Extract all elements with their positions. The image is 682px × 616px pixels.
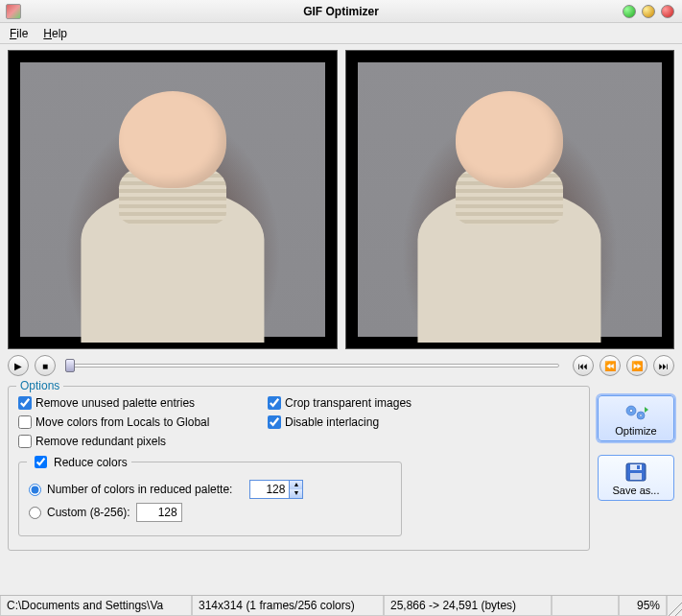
- preview-original: [8, 50, 338, 349]
- reduce-custom-value[interactable]: [136, 503, 182, 522]
- options-legend: Options: [16, 379, 63, 392]
- spin-up-icon[interactable]: ▲: [289, 481, 302, 489]
- status-spacer: [552, 596, 619, 616]
- last-icon: ⏭: [659, 361, 669, 371]
- side-buttons: Optimize Save as...: [598, 386, 674, 551]
- title-bar: GIF Optimizer: [0, 0, 682, 23]
- reduce-custom-radio[interactable]: [29, 507, 41, 519]
- remove-unused-input[interactable]: [18, 396, 32, 410]
- svg-rect-6: [630, 464, 642, 470]
- reduce-colors-legend: Reduce colors: [54, 456, 128, 469]
- close-button[interactable]: [661, 5, 674, 18]
- floppy-icon: [623, 462, 649, 483]
- svg-rect-8: [637, 465, 640, 469]
- frame-slider[interactable]: [69, 364, 559, 367]
- stop-button[interactable]: ■: [35, 355, 56, 376]
- move-colors-label: Move colors from Locals to Global: [35, 415, 209, 429]
- save-as-button[interactable]: Save as...: [598, 455, 674, 501]
- disable-interlacing-input[interactable]: [268, 415, 281, 429]
- save-as-label: Save as...: [613, 485, 660, 496]
- first-frame-button[interactable]: ⏮: [573, 355, 594, 376]
- reduce-colors-group: Reduce colors Number of colors in reduce…: [18, 462, 402, 536]
- spin-down-icon[interactable]: ▼: [289, 489, 302, 498]
- menu-bar: File Help: [0, 23, 682, 44]
- next-frame-button[interactable]: ⏩: [626, 355, 647, 376]
- app-icon: [6, 4, 21, 19]
- disable-interlacing-checkbox[interactable]: Disable interlacing: [268, 415, 498, 429]
- lower-panel: Options Remove unused palette entries Mo…: [0, 382, 682, 551]
- disable-interlacing-label: Disable interlacing: [285, 415, 379, 429]
- minimize-button[interactable]: [623, 5, 636, 18]
- status-bar: C:\Documents and Settings\Va 314x314 (1 …: [0, 595, 682, 616]
- gears-icon: [623, 402, 649, 423]
- svg-rect-7: [630, 473, 642, 480]
- prev-icon: ⏪: [604, 361, 616, 371]
- status-bytes: 25,866 -> 24,591 (bytes): [384, 596, 552, 616]
- reduce-custom-label: Custom (8-256):: [47, 506, 130, 519]
- slider-thumb[interactable]: [65, 359, 75, 372]
- options-group: Options Remove unused palette entries Mo…: [8, 386, 590, 551]
- crop-transparent-input[interactable]: [268, 396, 281, 410]
- window-title: GIF Optimizer: [0, 5, 682, 18]
- stop-icon: ■: [42, 361, 48, 371]
- prev-frame-button[interactable]: ⏪: [600, 355, 621, 376]
- window-controls: [623, 5, 682, 18]
- status-path: C:\Documents and Settings\Va: [0, 596, 192, 616]
- reduce-num-spinner[interactable]: ▲▼: [249, 480, 303, 499]
- reduce-colors-checkbox[interactable]: [35, 456, 47, 468]
- remove-redundant-input[interactable]: [18, 435, 32, 448]
- transport-bar: ▶ ■ ⏮ ⏪ ⏩ ⏭: [0, 349, 682, 382]
- svg-point-3: [640, 415, 643, 417]
- move-colors-input[interactable]: [18, 415, 32, 429]
- remove-unused-label: Remove unused palette entries: [35, 396, 195, 410]
- move-colors-checkbox[interactable]: Move colors from Locals to Global: [18, 415, 248, 429]
- next-icon: ⏩: [631, 361, 643, 371]
- status-percent: 95%: [619, 596, 667, 616]
- menu-help[interactable]: Help: [37, 25, 73, 42]
- remove-redundant-checkbox[interactable]: Remove redundant pixels: [18, 435, 248, 448]
- optimize-button[interactable]: Optimize: [598, 395, 674, 441]
- play-icon: ▶: [14, 361, 22, 371]
- crop-transparent-checkbox[interactable]: Crop transparent images: [268, 396, 498, 410]
- reduce-num-radio[interactable]: [29, 484, 41, 496]
- maximize-button[interactable]: [642, 5, 655, 18]
- remove-redundant-label: Remove redundant pixels: [35, 435, 166, 448]
- svg-marker-4: [645, 407, 648, 413]
- preview-area: [0, 44, 682, 349]
- remove-unused-checkbox[interactable]: Remove unused palette entries: [18, 396, 248, 410]
- reduce-num-label: Number of colors in reduced palette:: [47, 483, 232, 496]
- resize-grip[interactable]: [667, 596, 682, 616]
- optimize-label: Optimize: [615, 425, 656, 437]
- preview-optimized: [345, 50, 675, 349]
- menu-file[interactable]: File: [4, 25, 34, 42]
- svg-point-1: [629, 409, 632, 412]
- play-button[interactable]: ▶: [8, 355, 29, 376]
- crop-transparent-label: Crop transparent images: [285, 396, 412, 410]
- last-frame-button[interactable]: ⏭: [653, 355, 674, 376]
- reduce-num-value[interactable]: [250, 482, 289, 497]
- first-icon: ⏮: [578, 361, 588, 371]
- status-dimensions: 314x314 (1 frames/256 colors): [192, 596, 384, 616]
